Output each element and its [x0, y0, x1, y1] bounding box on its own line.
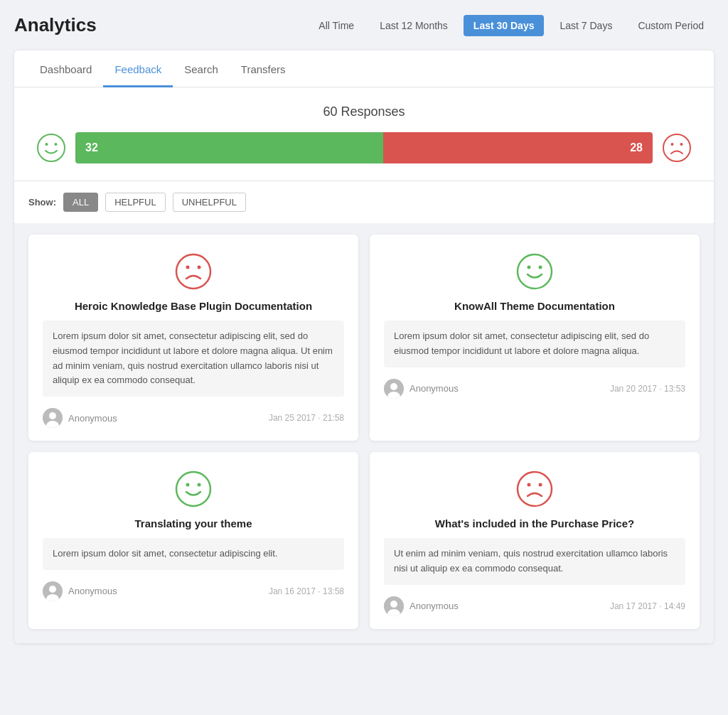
- card-1-icon-row: [43, 252, 344, 291]
- card-1-date: Jan 25 2017 · 21:58: [269, 413, 344, 423]
- tab-feedback[interactable]: Feedback: [103, 50, 173, 87]
- card-1-comment: Lorem ipsum dolor sit amet, consectetur …: [43, 321, 344, 397]
- svg-point-4: [671, 143, 674, 146]
- card-3-comment: Lorem ipsum dolor sit amet, consectetur …: [43, 538, 344, 570]
- svg-point-10: [49, 412, 56, 419]
- svg-point-18: [176, 472, 210, 506]
- card-2-footer: Anonymous Jan 20 2017 · 13:53: [384, 379, 685, 399]
- card-4-avatar: [384, 596, 404, 616]
- responses-section: 60 Responses 32 28: [14, 87, 714, 181]
- feedback-cards-grid: Heroic Knowledge Base Plugin Documentati…: [14, 223, 714, 643]
- card-2-author-name: Anonymous: [410, 383, 459, 394]
- card-1-author-name: Anonymous: [68, 413, 117, 424]
- feedback-card-1: Heroic Knowledge Base Plugin Documentati…: [28, 235, 358, 441]
- period-all-time[interactable]: All Time: [309, 15, 364, 36]
- filter-helpful[interactable]: HELPFUL: [105, 193, 166, 212]
- responses-count: 60 Responses: [36, 104, 692, 119]
- filter-unhelpful[interactable]: UNHELPFUL: [173, 193, 246, 212]
- happy-face-icon-3: [173, 469, 213, 509]
- card-4-title: What's included in the Purchase Price?: [384, 517, 685, 529]
- sad-face-icon-4: [515, 469, 555, 509]
- card-1-footer: Anonymous Jan 25 2017 · 21:58: [43, 408, 344, 428]
- period-last-12-months[interactable]: Last 12 Months: [370, 15, 458, 36]
- card-3-title: Translating your theme: [43, 517, 344, 529]
- filter-all[interactable]: ALL: [63, 193, 98, 212]
- svg-point-13: [528, 266, 531, 269]
- svg-point-20: [198, 483, 201, 487]
- response-bars: 32 28: [75, 132, 653, 163]
- happy-face-icon-2: [515, 252, 555, 291]
- tab-search[interactable]: Search: [173, 50, 230, 87]
- svg-point-2: [55, 143, 58, 146]
- period-custom[interactable]: Custom Period: [628, 15, 714, 36]
- svg-point-24: [518, 472, 552, 506]
- svg-point-6: [176, 254, 210, 289]
- card-2-date: Jan 20 2017 · 13:53: [610, 384, 685, 394]
- svg-point-12: [518, 254, 552, 289]
- feedback-card-2: KnowAll Theme Documentation Lorem ipsum …: [370, 235, 700, 441]
- svg-point-0: [38, 134, 65, 161]
- period-last-30-days[interactable]: Last 30 Days: [464, 15, 545, 36]
- feedback-card-3: Translating your theme Lorem ipsum dolor…: [28, 452, 358, 629]
- svg-point-7: [186, 266, 190, 269]
- svg-point-19: [186, 483, 190, 487]
- card-3-date: Jan 16 2017 · 13:58: [269, 586, 344, 596]
- feedback-card-4: What's included in the Purchase Price? U…: [370, 452, 700, 629]
- happy-icon: [36, 132, 67, 163]
- page-header: Analytics All Time Last 12 Months Last 3…: [14, 14, 714, 36]
- svg-point-3: [663, 134, 690, 161]
- svg-point-25: [528, 483, 531, 487]
- card-1-author: Anonymous: [43, 408, 117, 428]
- svg-point-26: [539, 483, 542, 487]
- card-4-date: Jan 17 2017 · 14:49: [610, 601, 685, 611]
- helpful-bar: 32: [75, 132, 383, 163]
- card-2-comment: Lorem ipsum dolor sit amet, consectetur …: [384, 321, 685, 367]
- unhelpful-bar: 28: [383, 132, 653, 163]
- card-1-avatar: [43, 408, 63, 428]
- card-4-author: Anonymous: [384, 596, 459, 616]
- card-4-footer: Anonymous Jan 17 2017 · 14:49: [384, 596, 685, 616]
- sad-face-icon-1: [173, 252, 213, 291]
- svg-point-16: [390, 383, 397, 390]
- tab-dashboard[interactable]: Dashboard: [28, 50, 103, 87]
- svg-point-5: [680, 143, 683, 146]
- svg-point-8: [198, 266, 201, 269]
- svg-point-28: [390, 601, 397, 608]
- page-title: Analytics: [14, 14, 97, 36]
- card-2-avatar: [384, 379, 404, 399]
- svg-point-22: [49, 586, 56, 593]
- card-3-avatar: [43, 581, 63, 601]
- show-label: Show:: [28, 197, 56, 208]
- card-3-icon-row: [43, 469, 344, 509]
- period-filter-group: All Time Last 12 Months Last 30 Days Las…: [309, 15, 714, 36]
- card-2-title: KnowAll Theme Documentation: [384, 300, 685, 312]
- svg-point-1: [46, 143, 48, 146]
- sad-icon: [661, 132, 692, 163]
- main-card: Dashboard Feedback Search Transfers 60 R…: [14, 50, 714, 643]
- period-last-7-days[interactable]: Last 7 Days: [550, 15, 622, 36]
- card-2-icon-row: [384, 252, 685, 291]
- card-4-author-name: Anonymous: [410, 601, 459, 611]
- show-filter: Show: ALL HELPFUL UNHELPFUL: [14, 181, 714, 223]
- card-4-comment: Ut enim ad minim veniam, quis nostrud ex…: [384, 538, 685, 585]
- card-1-title: Heroic Knowledge Base Plugin Documentati…: [43, 300, 344, 312]
- card-3-author-name: Anonymous: [68, 586, 117, 596]
- card-4-icon-row: [384, 469, 685, 509]
- tab-bar: Dashboard Feedback Search Transfers: [14, 50, 714, 87]
- card-3-footer: Anonymous Jan 16 2017 · 13:58: [43, 581, 344, 601]
- svg-point-14: [539, 266, 542, 269]
- card-2-author: Anonymous: [384, 379, 459, 399]
- card-3-author: Anonymous: [43, 581, 117, 601]
- feedback-bar: 32 28: [36, 132, 692, 163]
- tab-transfers[interactable]: Transfers: [230, 50, 297, 87]
